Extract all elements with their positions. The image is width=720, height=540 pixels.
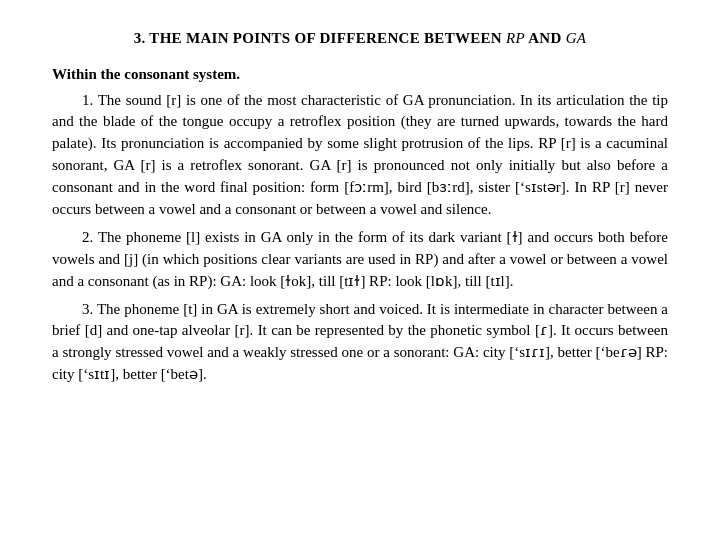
section-heading: Within the consonant system. bbox=[52, 64, 668, 86]
paragraph-1: 1. The sound [r] is one of the most char… bbox=[52, 90, 668, 221]
page-container: 3. THE MAIN POINTS OF DIFFERENCE BETWEEN… bbox=[0, 0, 720, 540]
page-title: 3. THE MAIN POINTS OF DIFFERENCE BETWEEN… bbox=[52, 28, 668, 50]
paragraph-3: 3. The phoneme [t] in GA is extremely sh… bbox=[52, 299, 668, 387]
paragraph-2: 2. The phoneme [l] exists in GA only in … bbox=[52, 227, 668, 293]
